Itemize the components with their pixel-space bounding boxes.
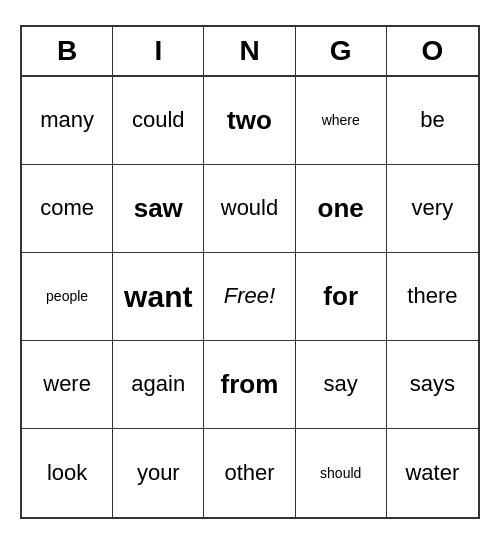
bingo-cell-4: be: [387, 77, 478, 165]
bingo-cell-16: again: [113, 341, 204, 429]
bingo-card: BINGO manycouldtwowherebecomesawwouldone…: [20, 25, 480, 519]
bingo-cell-8: one: [296, 165, 387, 253]
bingo-cell-23: should: [296, 429, 387, 517]
bingo-cell-1: could: [113, 77, 204, 165]
header-letter-o: O: [387, 27, 478, 75]
bingo-cell-6: saw: [113, 165, 204, 253]
bingo-cell-10: people: [22, 253, 113, 341]
bingo-cell-3: where: [296, 77, 387, 165]
bingo-cell-18: say: [296, 341, 387, 429]
bingo-cell-15: were: [22, 341, 113, 429]
header-letter-n: N: [204, 27, 295, 75]
header-letter-i: I: [113, 27, 204, 75]
header-letter-b: B: [22, 27, 113, 75]
bingo-cell-11: want: [113, 253, 204, 341]
bingo-cell-20: look: [22, 429, 113, 517]
bingo-cell-2: two: [204, 77, 295, 165]
bingo-cell-13: for: [296, 253, 387, 341]
bingo-cell-7: would: [204, 165, 295, 253]
header-letter-g: G: [296, 27, 387, 75]
bingo-grid: manycouldtwowherebecomesawwouldoneverype…: [22, 77, 478, 517]
bingo-cell-17: from: [204, 341, 295, 429]
bingo-cell-0: many: [22, 77, 113, 165]
bingo-cell-12: Free!: [204, 253, 295, 341]
bingo-header: BINGO: [22, 27, 478, 77]
bingo-cell-19: says: [387, 341, 478, 429]
bingo-cell-14: there: [387, 253, 478, 341]
bingo-cell-5: come: [22, 165, 113, 253]
bingo-cell-21: your: [113, 429, 204, 517]
bingo-cell-9: very: [387, 165, 478, 253]
bingo-cell-24: water: [387, 429, 478, 517]
bingo-cell-22: other: [204, 429, 295, 517]
